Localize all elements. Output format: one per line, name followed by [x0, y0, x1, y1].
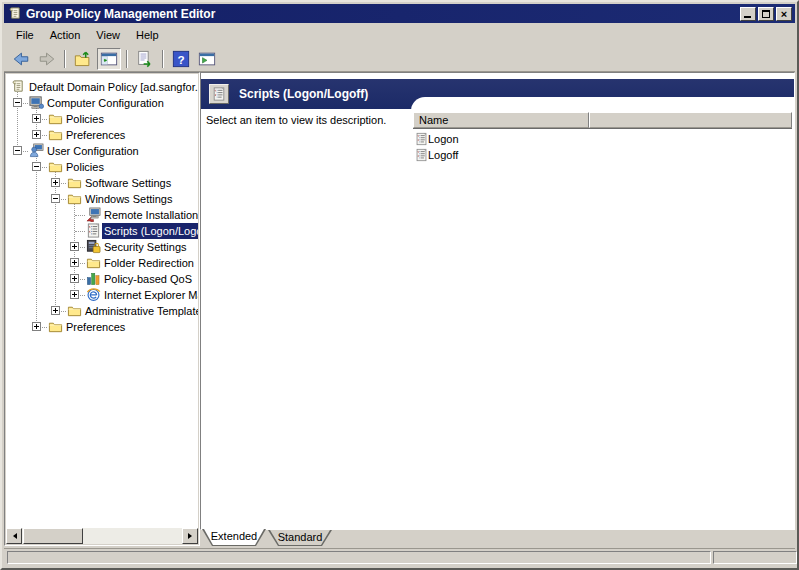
- column-header-empty[interactable]: [589, 112, 792, 128]
- expand-box[interactable]: [51, 178, 60, 187]
- expand-box[interactable]: [70, 290, 79, 299]
- show-console-tree-icon: [100, 50, 118, 68]
- tree-item-label: Remote Installation Services: [102, 207, 198, 223]
- tree-item-preferences[interactable]: Preferences: [6, 127, 198, 143]
- expand-box[interactable]: [51, 306, 60, 315]
- list-column-header: Name: [413, 112, 792, 129]
- tree-item-label: Administrative Templates: [83, 303, 198, 319]
- user-icon: [29, 143, 44, 158]
- scroll-left-button[interactable]: [6, 528, 22, 544]
- tree-item-folder-redirection[interactable]: Folder Redirection: [6, 255, 198, 271]
- tree-item-label: Internet Explorer Maintenance: [102, 287, 198, 303]
- collapse-box[interactable]: [13, 146, 22, 155]
- tree-horizontal-scrollbar[interactable]: [6, 528, 198, 544]
- menu-help[interactable]: Help: [128, 27, 167, 43]
- expand-box[interactable]: [70, 242, 79, 251]
- collapse-box[interactable]: [51, 194, 60, 203]
- collapse-box[interactable]: [32, 162, 41, 171]
- tree-item-policies[interactable]: Policies: [6, 111, 198, 127]
- tree-item-policy-based-qos[interactable]: Policy-based QoS: [6, 271, 198, 287]
- tree-item-computer-configuration[interactable]: Computer Configuration: [6, 95, 198, 111]
- tree-connector-line: [42, 135, 47, 136]
- tree-item-remote-installation-services[interactable]: Remote Installation Services: [6, 207, 198, 223]
- tree-item-default-domain-policy-ad-sangfor[interactable]: Default Domain Policy [ad.sangfor.: [6, 79, 198, 95]
- column-header-name[interactable]: Name: [413, 112, 589, 128]
- tree-item-security-settings[interactable]: Security Settings: [6, 239, 198, 255]
- tab-extended[interactable]: Extended: [202, 529, 266, 546]
- expand-glyph: [36, 324, 37, 329]
- tree-connector-line: [80, 247, 85, 248]
- toolbar-show-console-tree-button[interactable]: [97, 48, 121, 70]
- folder-icon: [86, 255, 101, 270]
- tree-item-label: Preferences: [64, 127, 127, 143]
- title-bar[interactable]: Group Policy Management Editor ×: [4, 4, 795, 23]
- expand-glyph: [15, 102, 20, 103]
- folder-icon: [48, 319, 63, 334]
- list-item-logon[interactable]: Logon: [415, 131, 459, 147]
- expand-glyph: [34, 166, 39, 167]
- back-arrow-icon: [12, 50, 30, 68]
- maximize-button[interactable]: [758, 7, 774, 21]
- toolbar-help-button[interactable]: ?: [169, 48, 193, 70]
- toolbar-show-action-pane-button[interactable]: [195, 48, 219, 70]
- tree-connector-line: [23, 103, 28, 104]
- minimize-button[interactable]: [740, 7, 756, 21]
- scripts-icon: [209, 84, 229, 104]
- folder-icon: [67, 175, 82, 190]
- toolbar-export-list-button[interactable]: [133, 48, 157, 70]
- status-pane-secondary: [713, 551, 797, 564]
- qos-icon: [86, 271, 101, 286]
- tree-item-windows-settings[interactable]: Windows Settings: [6, 191, 198, 207]
- expand-box[interactable]: [32, 114, 41, 123]
- expand-box[interactable]: [70, 274, 79, 283]
- folder-icon: [67, 191, 82, 206]
- tree-item-user-configuration[interactable]: User Configuration: [6, 143, 198, 159]
- close-button[interactable]: ×: [776, 7, 792, 21]
- window-icon gpo-scroll-icon: [7, 6, 22, 21]
- expand-glyph: [74, 244, 75, 249]
- tree-connector-line: [42, 167, 47, 168]
- toolbar-up-one-level-button[interactable]: [71, 48, 95, 70]
- expand-box[interactable]: [32, 322, 41, 331]
- tree-connector-line: [80, 263, 85, 264]
- tree-item-preferences[interactable]: Preferences: [6, 319, 198, 335]
- tree-item-label: Scripts (Logon/Logoff): [102, 223, 198, 239]
- folder-icon: [48, 159, 63, 174]
- tree-item-label: Computer Configuration: [45, 95, 166, 111]
- menu-bar: FileActionViewHelp: [4, 25, 795, 45]
- menu-file[interactable]: File: [8, 27, 42, 43]
- list-item-logoff[interactable]: Logoff: [415, 147, 458, 163]
- menu-action[interactable]: Action: [42, 27, 89, 43]
- tree-item-scripts-logon-logoff[interactable]: Scripts (Logon/Logoff): [6, 223, 198, 239]
- expand-glyph: [55, 308, 56, 313]
- toolbar-back-arrow-button[interactable]: [9, 48, 33, 70]
- menu-view[interactable]: View: [88, 27, 128, 43]
- tree-item-administrative-templates[interactable]: Administrative Templates: [6, 303, 198, 319]
- scrollbar-thumb[interactable]: [23, 528, 83, 544]
- tree-item-software-settings[interactable]: Software Settings: [6, 175, 198, 191]
- expand-glyph: [36, 116, 37, 121]
- expand-box[interactable]: [32, 130, 41, 139]
- security-icon: [86, 239, 101, 254]
- maximize-icon: [762, 10, 770, 18]
- expand-glyph: [74, 260, 75, 265]
- results-list-surface: [411, 97, 794, 529]
- scroll-left-icon: [10, 533, 17, 539]
- expand-box[interactable]: [70, 258, 79, 267]
- tree-item-policies[interactable]: Policies: [6, 159, 198, 175]
- tree-item-label: Windows Settings: [83, 191, 174, 207]
- tree-item-internet-explorer-maintenance[interactable]: Internet Explorer Maintenance: [6, 287, 198, 303]
- toolbar-separator: [64, 50, 66, 68]
- tree-item-label: Policy-based QoS: [102, 271, 194, 287]
- list-item-label: Logoff: [428, 149, 458, 161]
- expand-glyph: [53, 198, 58, 199]
- scroll-right-button[interactable]: [182, 528, 198, 544]
- tree-connector-line: [75, 215, 85, 216]
- help-icon: ?: [172, 50, 190, 68]
- gpo-scroll-icon: [10, 79, 25, 94]
- console-tree[interactable]: Default Domain Policy [ad.sangfor.Comput…: [6, 74, 198, 528]
- tree-connector-line: [61, 311, 66, 312]
- toolbar-forward-arrow-button[interactable]: [35, 48, 59, 70]
- tab-standard[interactable]: Standard: [268, 530, 332, 546]
- collapse-box[interactable]: [13, 98, 22, 107]
